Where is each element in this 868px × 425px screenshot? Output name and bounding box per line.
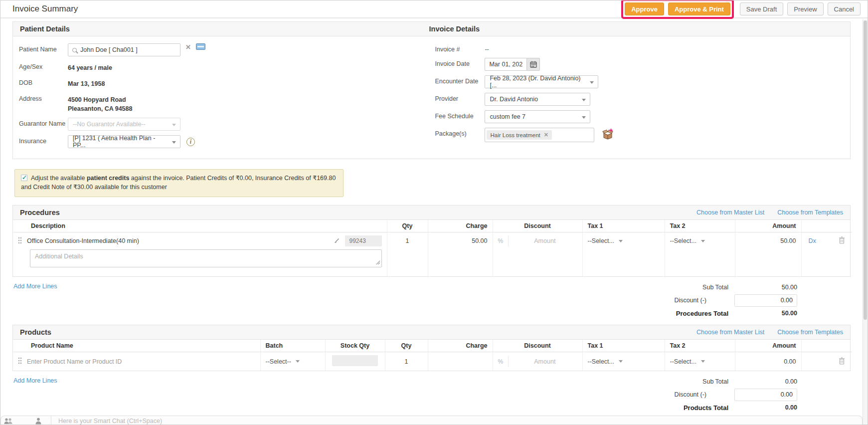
- search-icon: [72, 48, 77, 52]
- product-charge[interactable]: [428, 352, 493, 371]
- provider-select[interactable]: Dr. David Antonio: [485, 93, 590, 106]
- procedures-add-more-lines-link[interactable]: Add More Lines: [13, 283, 57, 290]
- drag-handle-icon[interactable]: [18, 357, 22, 366]
- procedure-qty[interactable]: 1: [387, 232, 428, 250]
- procedure-tax1-select[interactable]: --Select...: [588, 237, 623, 244]
- products-add-more-lines-link[interactable]: Add More Lines: [13, 377, 57, 384]
- col-charge: Charge: [428, 340, 493, 352]
- clear-patient-icon[interactable]: ✕: [185, 43, 191, 51]
- col-amount: Amount: [735, 220, 801, 232]
- trash-icon[interactable]: [839, 357, 845, 366]
- discount-percent-toggle[interactable]: %: [498, 356, 509, 367]
- col-product-name: Product Name: [13, 340, 260, 352]
- procedures-templates-link[interactable]: Choose from Templates: [777, 209, 843, 216]
- age-sex-label: Age/Sex: [19, 61, 68, 71]
- procedures-total-value: 50.00: [749, 310, 797, 317]
- invoice-date-input[interactable]: [485, 58, 526, 71]
- chevron-down-icon: [590, 81, 594, 84]
- product-discount-input[interactable]: [513, 358, 577, 365]
- chevron-down-icon: [172, 141, 176, 144]
- address-value: 4500 Hopyard Road Pleasanton, CA 94588: [68, 93, 132, 113]
- preview-button[interactable]: Preview: [787, 2, 823, 15]
- procedures-card: Procedures Choose from Master List Choos…: [12, 205, 851, 277]
- remove-package-icon[interactable]: ✕: [544, 132, 548, 138]
- add-package-icon[interactable]: [602, 129, 614, 141]
- procedures-master-list-link[interactable]: Choose from Master List: [696, 209, 764, 216]
- age-sex-value: 64 years / male: [68, 61, 112, 72]
- procedure-charge[interactable]: 50.00: [428, 232, 493, 250]
- procedure-description[interactable]: Office Consultation-Intermediate(40 min): [27, 237, 139, 244]
- package-chip: Hair Loss treatment ✕: [487, 130, 552, 140]
- procedures-totals: Sub Total 50.00 Discount (-) Procedures …: [674, 281, 851, 320]
- header-actions: Approve Approve & Print Save Draft Previ…: [621, 0, 861, 19]
- col-description: Description: [13, 220, 387, 232]
- procedures-discount-input[interactable]: [734, 294, 797, 307]
- patient-card-icon[interactable]: [196, 43, 205, 50]
- col-tax2: Tax 2: [665, 220, 735, 232]
- scrollbar-thumb[interactable]: [864, 20, 867, 320]
- product-tax1-select[interactable]: --Select...: [588, 358, 623, 365]
- procedure-code[interactable]: 99243: [345, 235, 382, 246]
- dob-label: DOB: [19, 77, 68, 87]
- calendar-icon[interactable]: [526, 58, 540, 71]
- products-card: Products Choose from Master List Choose …: [12, 325, 851, 371]
- col-charge: Charge: [428, 220, 493, 232]
- adjust-credits-checkbox[interactable]: [21, 175, 27, 181]
- col-batch: Batch: [260, 340, 325, 352]
- insurance-label: Insurance: [19, 135, 68, 145]
- packages-input[interactable]: Hair Loss treatment ✕: [485, 128, 594, 142]
- products-title: Products: [20, 328, 51, 336]
- additional-details-input[interactable]: [30, 249, 382, 267]
- patient-name-value[interactable]: [80, 46, 176, 53]
- procedures-discount-label: Discount (-): [674, 297, 706, 304]
- chevron-down-icon: [582, 99, 586, 101]
- products-table: Product Name Batch Stock Qty Qty Charge …: [13, 340, 852, 371]
- person-chat-icon[interactable]: [35, 418, 42, 425]
- dx-link[interactable]: Dx: [809, 237, 816, 244]
- products-discount-input[interactable]: [734, 389, 797, 401]
- procedure-tax2-select[interactable]: --Select...: [670, 237, 705, 244]
- edit-icon[interactable]: [335, 237, 340, 244]
- trash-icon[interactable]: [839, 236, 845, 245]
- chevron-down-icon: [582, 116, 586, 119]
- guarantor-label: Guarantor Name: [19, 118, 68, 128]
- chevron-down-icon: [619, 360, 623, 363]
- col-tax2: Tax 2: [665, 340, 735, 352]
- product-tax2-select[interactable]: --Select...: [670, 358, 705, 365]
- additional-details-wrap: [30, 249, 382, 269]
- smart-chat-input[interactable]: [58, 418, 540, 425]
- patient-name-input[interactable]: [68, 43, 180, 56]
- resize-handle-icon[interactable]: [376, 259, 380, 266]
- vertical-scrollbar[interactable]: [863, 19, 868, 425]
- col-amount: Amount: [735, 340, 801, 352]
- products-master-list-link[interactable]: Choose from Master List: [696, 329, 764, 336]
- products-subtotal-label: Sub Total: [702, 378, 728, 385]
- products-total-label: Products Total: [684, 404, 728, 412]
- products-subtotal-value: 0.00: [749, 378, 797, 385]
- approve-print-button[interactable]: Approve & Print: [668, 2, 730, 15]
- encounter-date-select[interactable]: Feb 28, 2023 (Dr. David Antonio) [...: [485, 75, 598, 88]
- invoice-details-title: Invoice Details: [429, 25, 480, 33]
- fee-schedule-select[interactable]: custom fee 7: [485, 110, 590, 123]
- procedure-discount-input[interactable]: [513, 237, 577, 244]
- top-header: Invoice Summary Approve Approve & Print …: [0, 0, 868, 18]
- cancel-button[interactable]: Cancel: [828, 2, 861, 15]
- batch-select[interactable]: --Select--: [266, 358, 300, 365]
- product-name-input[interactable]: [27, 358, 255, 365]
- chevron-down-icon: [701, 360, 705, 363]
- product-amount: 0.00: [735, 352, 801, 371]
- group-chat-icon[interactable]: [4, 418, 13, 425]
- chevron-down-icon: [619, 240, 623, 242]
- insurance-select[interactable]: [P] 1231 ( Aetna Health Plan - PP...: [68, 135, 180, 148]
- product-qty[interactable]: 1: [385, 352, 428, 371]
- save-draft-button[interactable]: Save Draft: [740, 2, 783, 15]
- discount-percent-toggle[interactable]: %: [498, 235, 509, 246]
- smart-chat-bar: [0, 416, 863, 425]
- approve-button[interactable]: Approve: [625, 2, 664, 15]
- guarantor-select[interactable]: --No Guarantor Available--: [68, 118, 180, 131]
- procedures-subtotal-value: 50.00: [749, 284, 797, 291]
- insurance-info-icon[interactable]: i: [186, 138, 195, 146]
- procedures-subtotal-label: Sub Total: [702, 284, 728, 291]
- products-templates-link[interactable]: Choose from Templates: [777, 329, 843, 336]
- drag-handle-icon[interactable]: [18, 237, 22, 245]
